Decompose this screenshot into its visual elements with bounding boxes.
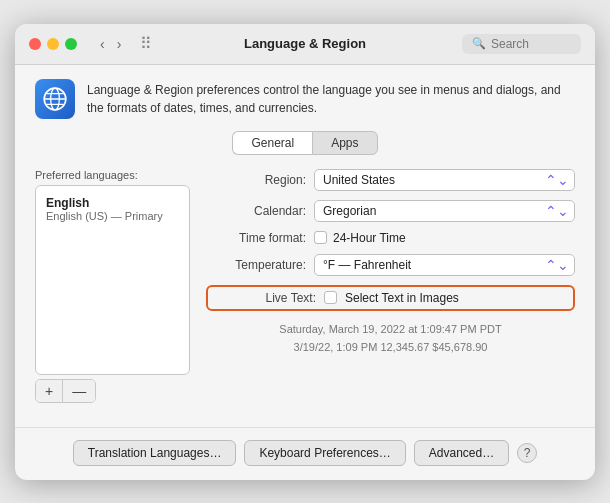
help-button[interactable]: ?: [517, 443, 537, 463]
footer: Translation Languages… Keyboard Preferen…: [15, 427, 595, 480]
time-format-checkbox[interactable]: [314, 231, 327, 244]
header-description: Language & Region preferences control th…: [87, 79, 575, 117]
translation-languages-button[interactable]: Translation Languages…: [73, 440, 237, 466]
calendar-select-wrapper: Gregorian ⌃⌄: [314, 200, 575, 222]
window-title: Language & Region: [244, 36, 366, 51]
titlebar: ‹ › ⠿ Language & Region 🔍: [15, 24, 595, 65]
keyboard-preferences-button[interactable]: Keyboard Preferences…: [244, 440, 405, 466]
main-window: ‹ › ⠿ Language & Region 🔍 Language & Reg…: [15, 24, 595, 480]
temperature-select-wrapper: °F — Fahrenheit ⌃⌄: [314, 254, 575, 276]
time-format-checkbox-row: 24-Hour Time: [314, 231, 406, 245]
tab-apps[interactable]: Apps: [312, 131, 377, 155]
tab-bar: General Apps: [35, 131, 575, 155]
preview-section: Saturday, March 19, 2022 at 1:09:47 PM P…: [206, 320, 575, 357]
language-subtitle: English (US) — Primary: [46, 210, 179, 222]
add-language-button[interactable]: +: [36, 380, 63, 402]
back-button[interactable]: ‹: [95, 34, 110, 54]
live-text-checkbox[interactable]: [324, 291, 337, 304]
calendar-row: Calendar: Gregorian ⌃⌄: [206, 200, 575, 222]
header-section: Language & Region preferences control th…: [35, 79, 575, 119]
nav-buttons: ‹ ›: [95, 34, 126, 54]
region-label: Region:: [206, 173, 306, 187]
region-row: Region: United States ⌃⌄: [206, 169, 575, 191]
live-text-row: Live Text: Select Text in Images: [206, 285, 575, 311]
content-area: Language & Region preferences control th…: [15, 65, 595, 417]
live-text-value: Select Text in Images: [345, 291, 459, 305]
maximize-button[interactable]: [65, 38, 77, 50]
list-controls: + —: [35, 379, 96, 403]
close-button[interactable]: [29, 38, 41, 50]
calendar-label: Calendar:: [206, 204, 306, 218]
search-box[interactable]: 🔍: [462, 34, 581, 54]
remove-language-button[interactable]: —: [63, 380, 95, 402]
search-input[interactable]: [491, 37, 571, 51]
grid-icon: ⠿: [140, 34, 152, 53]
main-section: Preferred languages: English English (US…: [35, 169, 575, 403]
preferred-languages-label: Preferred languages:: [35, 169, 190, 181]
right-panel: Region: United States ⌃⌄ Calendar: Grego…: [206, 169, 575, 403]
traffic-lights: [29, 38, 77, 50]
language-list: English English (US) — Primary: [35, 185, 190, 375]
preview-line-2: 3/19/22, 1:09 PM 12,345.67 $45,678.90: [206, 338, 575, 357]
region-select-wrapper: United States ⌃⌄: [314, 169, 575, 191]
temperature-select[interactable]: °F — Fahrenheit: [314, 254, 575, 276]
left-panel: Preferred languages: English English (US…: [35, 169, 190, 403]
minimize-button[interactable]: [47, 38, 59, 50]
time-format-label: Time format:: [206, 231, 306, 245]
temperature-label: Temperature:: [206, 258, 306, 272]
tab-general[interactable]: General: [232, 131, 312, 155]
time-format-value: 24-Hour Time: [333, 231, 406, 245]
search-icon: 🔍: [472, 37, 486, 50]
advanced-button[interactable]: Advanced…: [414, 440, 509, 466]
temperature-row: Temperature: °F — Fahrenheit ⌃⌄: [206, 254, 575, 276]
time-format-row: Time format: 24-Hour Time: [206, 231, 575, 245]
live-text-label: Live Text:: [216, 291, 316, 305]
list-item: English English (US) — Primary: [36, 190, 189, 228]
globe-icon: [35, 79, 75, 119]
language-name: English: [46, 196, 179, 210]
region-select[interactable]: United States: [314, 169, 575, 191]
calendar-select[interactable]: Gregorian: [314, 200, 575, 222]
forward-button[interactable]: ›: [112, 34, 127, 54]
preview-line-1: Saturday, March 19, 2022 at 1:09:47 PM P…: [206, 320, 575, 339]
